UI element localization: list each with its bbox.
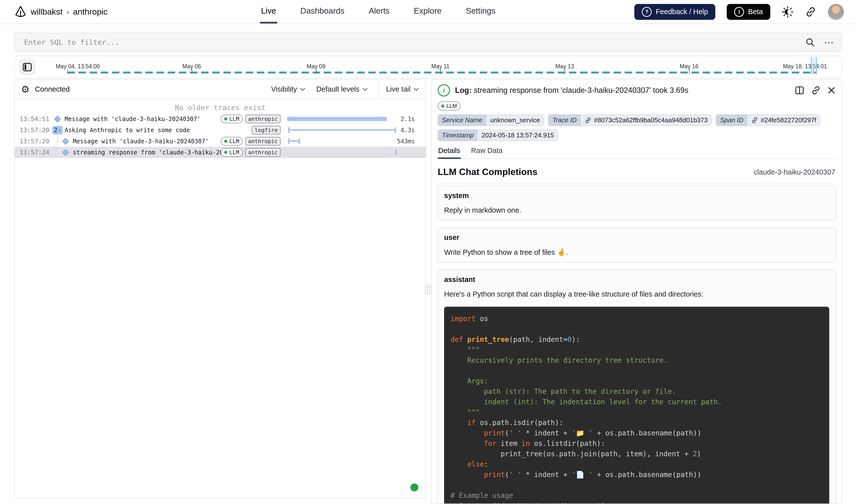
attribute-value[interactable]: #8073c52a62ffb9ba05c4aa948d01b373 [580,114,712,126]
trace-row[interactable]: 13:57:20Message with 'claude-3-haiku-202… [15,136,426,147]
trace-duration: 2.1s [401,113,415,125]
detail-tab-details[interactable]: Details [438,146,461,159]
feedback-help-button[interactable]: ? Feedback / Help [634,4,715,20]
chat-message-system: systemReply in markdown one. [437,186,836,220]
chevron-down-icon [413,88,419,91]
timeline-label: May 18, 13:54:01 [783,63,827,70]
timeline-tick [192,69,192,74]
attribute-pill-trace-id: Trace ID#8073c52a62ffb9ba05c4aa948d01b37… [548,114,712,126]
tab-alerts[interactable]: Alerts [368,0,390,23]
attribute-value: 2024-05-18 13:57:24.915 [477,130,558,141]
tab-settings[interactable]: Settings [465,0,496,23]
link-icon [751,117,758,124]
trace-duration: 543ms [397,136,415,147]
timeline-tick [689,69,689,74]
trace-tree-stub [57,141,61,142]
chat-messages: systemReply in markdown one.userWrite Py… [437,186,836,504]
message-content: Write Python to show a tree of files 🤞. [444,248,829,256]
user-avatar[interactable] [828,4,844,20]
close-icon[interactable] [827,86,836,94]
timeline-track[interactable]: May 04, 13:54:00May 06May 09May 11May 13… [15,56,842,78]
code-line: Args: [451,376,823,386]
tab-explore[interactable]: Explore [413,0,443,23]
code-block: import os def print_tree(path, indent=0)… [444,307,829,504]
timeline-dashed-line [67,72,816,73]
timeline-selection[interactable] [811,58,817,74]
trace-tree-connector [57,131,58,153]
more-options-icon[interactable]: ⋯ [824,40,834,45]
section-title: LLM Chat Completions [438,167,538,177]
tab-live[interactable]: Live [260,0,277,23]
beta-button[interactable]: i Beta [727,4,770,20]
llm-tag-badge: LLM [221,148,243,157]
trace-time: 13:57:20 [20,138,52,145]
log-attributes: Service Nameunknown_serviceTrace ID#8073… [438,114,836,141]
timeline-label: May 04, 13:54:00 [56,63,100,70]
trace-row[interactable]: 13:57:202-Asking Anthropic to write some… [15,125,426,136]
tab-dashboards[interactable]: Dashboards [299,0,346,23]
reader-view-icon[interactable] [794,85,804,95]
trace-list-panel: ⚙ Connected Visibility Default levels Li… [14,79,426,498]
llm-tag-badge: LLM [221,137,243,146]
trace-duration: 4.3s [401,125,415,136]
no-older-traces-message: No older traces exist [15,104,426,112]
attribute-pill-timestamp: Timestamp2024-05-18 13:57:24.915 [438,129,558,141]
trace-row[interactable]: 13:54:51Message with 'claude-3-haiku-202… [15,113,426,125]
code-line [451,324,823,335]
sql-filter-input[interactable]: Enter SQL to filter... ⋯ [14,33,842,52]
logfire-logo-icon [15,6,26,18]
attribute-label: Timestamp [438,130,477,141]
duration-span-bar [288,138,300,144]
message-role: assistant [444,275,829,284]
timeline-label: May 06 [182,63,201,70]
detail-tab-raw-data[interactable]: Raw Data [471,146,503,159]
visibility-dropdown[interactable]: Visibility [271,85,305,93]
log-level-info-icon: i [438,84,450,96]
breadcrumb-project[interactable]: anthropic [73,7,107,17]
search-icon[interactable] [805,37,815,48]
duration-span-bar [288,127,396,133]
code-line: """ [451,407,823,418]
sql-filter-placeholder: Enter SQL to filter... [24,38,119,47]
timeline-tick [440,69,441,74]
message-content: Here's a Python script that can display … [444,290,829,298]
trace-time: 13:57:24 [20,149,52,156]
copy-link-icon[interactable] [811,85,821,95]
log-header: i Log: streaming response from 'claude-3… [438,84,836,96]
message-content: Reply in markdown one. [444,206,829,214]
code-line: print(' ' * indent + '📁 ' + os.path.base… [451,428,823,438]
app-root: willbakst › anthropic LiveDashboardsAler… [0,0,856,504]
span-diamond-icon [62,149,69,156]
llm-tag-badge: LLM [438,102,460,110]
panel-resize-handle[interactable] [425,285,432,294]
attribute-label: Service Name [438,114,486,126]
nav-tabs: LiveDashboardsAlertsExploreSettings [260,0,496,23]
trace-duration-bar-zone [287,147,398,158]
code-line: indent (int): The indentation level for … [451,397,823,407]
code-line: def print_tree(path, indent=0): [451,335,823,345]
link-icon [584,117,592,124]
live-indicator-dot [410,484,418,491]
trace-row[interactable]: 13:57:24streaming response from 'claude-… [15,147,426,158]
default-levels-dropdown[interactable]: Default levels [316,85,368,93]
live-tail-dropdown[interactable]: Live tail [386,85,419,93]
trace-title: Message with 'claude-3-haiku-20240307' [73,138,236,145]
trace-title: streaming response from 'claude-3-haiku-… [73,149,236,156]
code-line: print_tree('/path/to/your/directory') [451,501,823,504]
breadcrumb-org[interactable]: willbakst [31,7,63,17]
log-title: Log: streaming response from 'claude-3-h… [455,86,688,95]
code-line: # Example usage [451,490,823,501]
code-line: """ [451,345,823,355]
attribute-value[interactable]: #24fe5822720f297f [747,114,820,126]
share-link-icon[interactable] [805,6,816,18]
gear-icon[interactable]: ⚙ [21,85,30,94]
trace-duration-bar-zone [287,113,398,125]
timeline-tick [67,69,68,74]
green-dot-icon [441,105,444,108]
green-dot-icon [224,140,227,143]
llm-tag-badge: LLM [221,114,243,123]
green-dot-icon [224,151,227,154]
theme-toggle-icon[interactable] [782,6,793,18]
code-line [451,366,823,376]
code-line: print(' ' * indent + '📄 ' + os.path.base… [451,470,823,480]
